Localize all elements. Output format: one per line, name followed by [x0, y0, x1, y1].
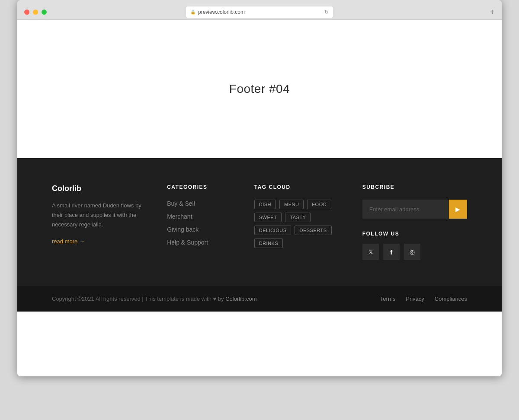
bottom-white-area: [17, 312, 502, 376]
compliances-link[interactable]: Compliances: [435, 296, 467, 302]
list-item: Merchant: [167, 213, 237, 220]
footer-categories-column: CATEGORIES Buy & Sell Merchant Giving ba…: [167, 184, 237, 260]
footer-brand-column: Colorlib A small river named Duden flows…: [52, 184, 150, 260]
lock-icon: 🔒: [190, 10, 195, 14]
main-content-area: Footer #04: [17, 20, 502, 158]
instagram-symbol: ◎: [410, 248, 415, 255]
reload-icon[interactable]: ↻: [324, 9, 329, 15]
close-dot[interactable]: [24, 10, 29, 15]
tag-cloud-heading: TAG CLOUD: [254, 184, 345, 190]
brand-description: A small river named Duden flows by their…: [52, 201, 150, 229]
category-link-buy-sell[interactable]: Buy & Sell: [167, 200, 195, 207]
twitter-icon[interactable]: 𝕏: [362, 244, 379, 260]
copyright-static: Copyright ©2021 All rights reserved | Th…: [52, 296, 225, 302]
tag-drinks[interactable]: DRINKS: [254, 239, 283, 248]
brand-name: Colorlib: [52, 184, 150, 193]
social-icons: 𝕏 f ◎: [362, 244, 467, 260]
maximize-dot[interactable]: [42, 10, 47, 15]
address-bar[interactable]: 🔒 preview.colorlib.com ↻: [186, 6, 333, 18]
terms-link[interactable]: Terms: [380, 296, 395, 302]
footer-bottom-bar: Copyright ©2021 All rights reserved | Th…: [17, 286, 502, 312]
tag-menu[interactable]: MENU: [279, 200, 304, 209]
subscribe-button[interactable]: ▶: [449, 200, 467, 219]
subscribe-heading: SUBCRIBE: [362, 184, 467, 190]
outer-wrapper: 🔒 preview.colorlib.com ↻ + Footer #04 Co…: [0, 0, 519, 420]
subscribe-form: ▶: [362, 200, 467, 219]
legal-links: Terms Privacy Compliances: [380, 296, 467, 302]
list-item: Buy & Sell: [167, 200, 237, 207]
category-link-giving-back[interactable]: Giving back: [167, 226, 199, 233]
tag-sweet[interactable]: SWEET: [254, 213, 282, 222]
tag-cloud: DISH MENU FOOD SWEET TASTY DELICIOUS DES…: [254, 200, 345, 248]
list-item: Giving back: [167, 226, 237, 233]
tag-dish[interactable]: DISH: [254, 200, 276, 209]
footer-columns: Colorlib A small river named Duden flows…: [52, 184, 467, 260]
instagram-icon[interactable]: ◎: [404, 244, 420, 260]
read-more-link[interactable]: read more →: [52, 238, 85, 245]
twitter-symbol: 𝕏: [368, 249, 373, 255]
category-link-help-support[interactable]: Help & Support: [167, 239, 208, 246]
send-icon: ▶: [455, 206, 460, 213]
url-text: preview.colorlib.com: [198, 9, 245, 15]
add-tab-button[interactable]: +: [490, 8, 495, 16]
tag-tasty[interactable]: TASTY: [285, 213, 311, 222]
list-item: Help & Support: [167, 239, 237, 246]
browser-window: 🔒 preview.colorlib.com ↻ + Footer #04 Co…: [17, 0, 502, 376]
tag-delicious[interactable]: DELICIOUS: [254, 226, 292, 235]
follow-us-heading: FOLLOW US: [362, 231, 467, 237]
browser-chrome: 🔒 preview.colorlib.com ↻ +: [17, 0, 502, 20]
footer-tags-column: TAG CLOUD DISH MENU FOOD SWEET TASTY DEL…: [254, 184, 345, 260]
footer-subscribe-column: SUBCRIBE ▶ FOLLOW US 𝕏 f: [362, 184, 467, 260]
copyright-text: Copyright ©2021 All rights reserved | Th…: [52, 296, 256, 302]
categories-heading: CATEGORIES: [167, 184, 237, 190]
minimize-dot[interactable]: [33, 10, 38, 15]
colorlib-link[interactable]: Colorlib.com: [225, 296, 256, 302]
privacy-link[interactable]: Privacy: [406, 296, 424, 302]
categories-list: Buy & Sell Merchant Giving back Help & S…: [167, 200, 237, 246]
tag-food[interactable]: FOOD: [307, 200, 331, 209]
facebook-icon[interactable]: f: [383, 244, 400, 260]
email-input[interactable]: [362, 200, 449, 219]
tag-desserts[interactable]: DESSERTS: [295, 226, 331, 235]
facebook-symbol: f: [390, 248, 392, 256]
footer-main: Colorlib A small river named Duden flows…: [17, 158, 502, 286]
page-title: Footer #04: [229, 82, 290, 96]
category-link-merchant[interactable]: Merchant: [167, 213, 192, 220]
